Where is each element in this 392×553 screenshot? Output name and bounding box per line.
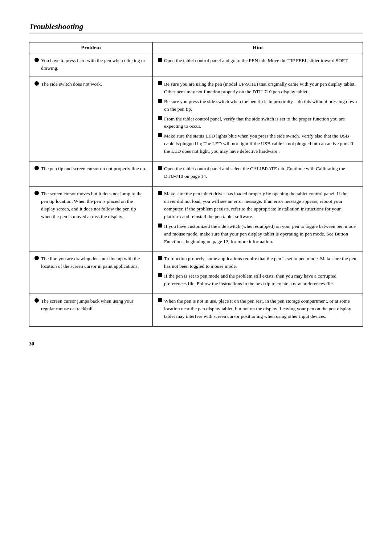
hint-text: If the pen is set to pen mode and the pr…: [164, 273, 358, 288]
hint-text: Make sure the status LED lights blue whe…: [164, 132, 358, 155]
square-bullet-icon: [158, 116, 162, 120]
problem-cell: The pen tip and screen cursor do not pro…: [29, 161, 153, 187]
hint-text: Be sure you are using the pen (model UP-…: [164, 81, 358, 96]
square-bullet-icon: [158, 99, 162, 103]
troubleshooting-table: Problem Hint You have to press hard with…: [29, 42, 363, 327]
problem-item: You have to press hard with the pen when…: [34, 57, 147, 72]
hint-cell: To function properly, some applications …: [153, 251, 363, 294]
hint-item: From the tablet control panel, verify th…: [158, 115, 358, 131]
problem-text: The pen tip and screen cursor do not pro…: [41, 165, 147, 173]
hint-text: Be sure you press the side switch when t…: [164, 98, 358, 113]
bullet-icon: [34, 81, 39, 86]
bullet-icon: [34, 298, 39, 303]
problem-cell: The line you are drawing does not line u…: [29, 251, 153, 294]
problem-item: The line you are drawing does not line u…: [34, 255, 147, 270]
bullet-icon: [34, 191, 39, 195]
hint-item: Be sure you press the side switch when t…: [158, 98, 358, 113]
table-row: The pen tip and screen cursor do not pro…: [29, 161, 363, 187]
hint-item: To function properly, some applications …: [158, 255, 358, 270]
problem-text: The screen cursor jumps back when using …: [41, 298, 147, 313]
table-row: The screen cursor jumps back when using …: [29, 294, 363, 327]
page-title: Troubleshooting: [29, 22, 363, 33]
col-header-problem: Problem: [29, 42, 153, 53]
square-bullet-icon: [158, 58, 162, 62]
problem-text: The line you are drawing does not line u…: [41, 255, 147, 270]
hint-item: Make sure the status LED lights blue whe…: [158, 132, 358, 155]
square-bullet-icon: [158, 224, 162, 228]
hint-cell: Be sure you are using the pen (model UP-…: [153, 77, 363, 161]
hint-item: Open the tablet control panel and select…: [158, 165, 358, 180]
square-bullet-icon: [158, 191, 162, 195]
hint-text: When the pen is not in use, place it on …: [164, 298, 358, 320]
square-bullet-icon: [158, 166, 162, 170]
problem-item: The screen cursor jumps back when using …: [34, 298, 147, 313]
problem-text: The screen cursor moves but it does not …: [41, 190, 147, 221]
table-row: The side switch does not work.Be sure yo…: [29, 77, 363, 161]
hint-cell: When the pen is not in use, place it on …: [153, 294, 363, 327]
hint-item: Make sure the pen tablet driver has load…: [158, 190, 358, 221]
problem-cell: You have to press hard with the pen when…: [29, 53, 153, 77]
problem-cell: The side switch does not work.: [29, 77, 153, 161]
square-bullet-icon: [158, 298, 162, 302]
hint-item: When the pen is not in use, place it on …: [158, 298, 358, 320]
col-header-hint: Hint: [153, 42, 363, 53]
hint-item: Be sure you are using the pen (model UP-…: [158, 81, 358, 96]
problem-text: You have to press hard with the pen when…: [41, 57, 147, 72]
hint-item: Open the tablet control panel and go to …: [158, 57, 358, 65]
page-number: 30: [29, 341, 363, 347]
problem-cell: The screen cursor jumps back when using …: [29, 294, 153, 327]
problem-cell: The screen cursor moves but it does not …: [29, 186, 153, 251]
hint-text: Make sure the pen tablet driver has load…: [164, 190, 358, 221]
problem-item: The pen tip and screen cursor do not pro…: [34, 165, 147, 173]
bullet-icon: [34, 166, 39, 170]
hint-cell: Open the tablet control panel and select…: [153, 161, 363, 187]
hint-cell: Open the tablet control panel and go to …: [153, 53, 363, 77]
table-row: You have to press hard with the pen when…: [29, 53, 363, 77]
hint-text: If you have customized the side switch (…: [164, 223, 358, 246]
square-bullet-icon: [158, 133, 162, 137]
bullet-icon: [34, 256, 39, 260]
hint-text: Open the tablet control panel and go to …: [164, 57, 358, 65]
problem-text: The side switch does not work.: [41, 81, 147, 88]
square-bullet-icon: [158, 81, 162, 85]
bullet-icon: [34, 58, 39, 62]
hint-item: If the pen is set to pen mode and the pr…: [158, 273, 358, 288]
hint-cell: Make sure the pen tablet driver has load…: [153, 186, 363, 251]
problem-item: The side switch does not work.: [34, 81, 147, 88]
square-bullet-icon: [158, 273, 162, 277]
hint-item: If you have customized the side switch (…: [158, 223, 358, 246]
table-row: The line you are drawing does not line u…: [29, 251, 363, 294]
hint-text: Open the tablet control panel and select…: [164, 165, 358, 180]
square-bullet-icon: [158, 256, 162, 260]
table-row: The screen cursor moves but it does not …: [29, 186, 363, 251]
problem-item: The screen cursor moves but it does not …: [34, 190, 147, 221]
hint-text: To function properly, some applications …: [164, 255, 358, 270]
hint-text: From the tablet control panel, verify th…: [164, 115, 358, 131]
